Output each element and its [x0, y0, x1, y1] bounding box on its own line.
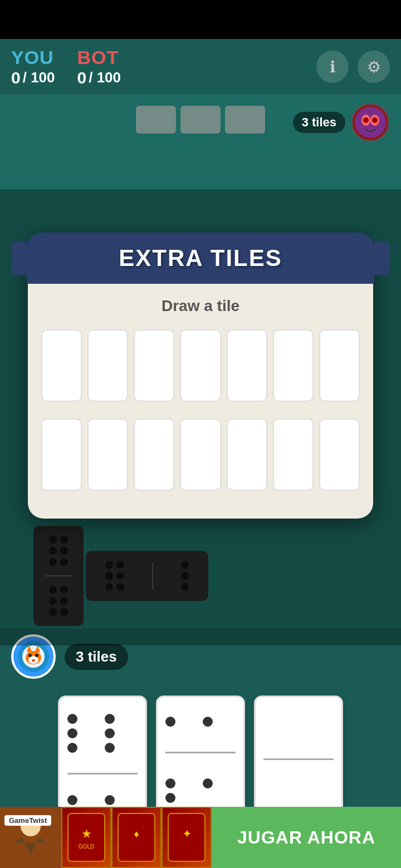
pip — [105, 795, 115, 805]
modal-subtitle: Draw a tile — [28, 284, 373, 324]
player-domino-3[interactable] — [254, 696, 343, 823]
svg-text:♦: ♦ — [134, 828, 139, 840]
brand-label: GameTwist — [9, 816, 47, 825]
you-score-number: 0 — [11, 68, 21, 87]
header-icons: ℹ ⚙ — [316, 51, 390, 83]
svg-point-3 — [363, 117, 369, 123]
svg-point-11 — [32, 659, 35, 662]
extra-tile-8[interactable] — [41, 418, 82, 491]
extra-tile-10[interactable] — [134, 418, 174, 491]
domino-top-section — [165, 717, 236, 727]
pip — [67, 728, 77, 738]
ad-card-3: ✦ — [162, 807, 212, 868]
ad-card-1: ★ GOLD — [61, 807, 111, 868]
extra-tile-13[interactable] — [273, 418, 314, 491]
player-area: 3 tiles 14 tiles — [0, 634, 401, 835]
extra-tile-9[interactable] — [87, 418, 128, 491]
extra-tile-2[interactable] — [87, 329, 128, 402]
pip — [203, 778, 213, 788]
domino-divider — [165, 752, 236, 753]
bot-tile-1 — [136, 106, 176, 134]
bot-info: 3 tiles — [293, 103, 390, 142]
score-header: YOU 0 / 100 BOT 0 / 100 ℹ ⚙ — [0, 39, 401, 95]
extra-tile-11[interactable] — [180, 418, 221, 491]
you-score-value: 0 / 100 — [11, 68, 55, 87]
you-label: YOU — [11, 47, 55, 68]
extra-tile-14[interactable] — [319, 418, 360, 491]
ad-card-2: ♦ — [111, 807, 162, 868]
svg-text:✦: ✦ — [183, 828, 191, 840]
bot-score-number: 0 — [77, 68, 87, 87]
extra-tile-12[interactable] — [227, 418, 267, 491]
svg-point-9 — [28, 654, 32, 657]
pip — [67, 743, 77, 753]
domino-bottom-section — [165, 778, 236, 803]
player-domino-2[interactable] — [156, 696, 245, 823]
svg-text:★: ★ — [82, 828, 91, 840]
settings-icon: ⚙ — [367, 58, 381, 76]
player-domino-1[interactable] — [58, 696, 147, 823]
extra-tile-4[interactable] — [180, 329, 221, 402]
bot-tile-3 — [225, 106, 265, 134]
pip — [105, 714, 115, 724]
you-score-divider: / 100 — [23, 69, 55, 86]
ad-banner: ★ GOLD ♦ ✦ JUGAR AHORA GameTwist — [0, 807, 401, 868]
domino-bottom-section — [67, 795, 138, 805]
status-bar — [0, 0, 401, 39]
bot-score-section: BOT 0 / 100 — [77, 47, 121, 87]
extra-tile-5[interactable] — [227, 329, 267, 402]
pip — [165, 793, 175, 803]
ad-cta-text: JUGAR AHORA — [237, 827, 375, 848]
you-score-section: YOU 0 / 100 — [11, 47, 55, 87]
bot-tiles-area — [136, 106, 265, 134]
extra-tiles-modal: EXTRA TILES Draw a tile — [28, 234, 373, 519]
modal-header: EXTRA TILES — [27, 233, 374, 284]
bot-tile-2 — [180, 106, 221, 134]
bot-tiles-badge: 3 tiles — [293, 112, 345, 133]
extra-tile-3[interactable] — [134, 329, 174, 402]
extra-tile-1[interactable] — [41, 329, 82, 402]
gametwist-logo: GameTwist — [4, 815, 51, 826]
tiles-grid-row2 — [28, 413, 373, 496]
svg-point-10 — [35, 654, 38, 657]
pip — [203, 717, 213, 727]
extra-tiles-modal-overlay: EXTRA TILES Draw a tile — [0, 189, 401, 645]
svg-point-0 — [355, 107, 386, 138]
extra-tile-7[interactable] — [319, 329, 360, 402]
pip — [67, 714, 77, 724]
pip — [67, 795, 77, 805]
modal-title: EXTRA TILES — [119, 245, 282, 271]
info-icon: ℹ — [330, 58, 336, 76]
ad-cta-button[interactable]: JUGAR AHORA — [212, 807, 401, 868]
pip — [165, 717, 175, 727]
svg-text:GOLD: GOLD — [79, 844, 94, 850]
extra-tile-6[interactable] — [273, 329, 314, 402]
info-button[interactable]: ℹ — [316, 51, 349, 83]
bot-avatar — [351, 103, 390, 142]
svg-point-4 — [372, 117, 378, 123]
domino-top-section — [67, 714, 138, 753]
bot-label: BOT — [77, 47, 121, 68]
domino-divider — [263, 758, 334, 760]
pip — [105, 743, 115, 753]
settings-button[interactable]: ⚙ — [358, 51, 390, 83]
bot-score-value: 0 / 100 — [77, 68, 121, 87]
pip — [105, 728, 115, 738]
pip — [165, 778, 175, 788]
tiles-grid-row1 — [28, 324, 373, 407]
domino-divider — [67, 773, 138, 775]
game-area: 3 tiles EXTRA TILES Draw a tile — [0, 95, 401, 629]
player-tiles-badge: 3 tiles — [65, 644, 128, 670]
bot-score-divider: / 100 — [89, 69, 121, 86]
